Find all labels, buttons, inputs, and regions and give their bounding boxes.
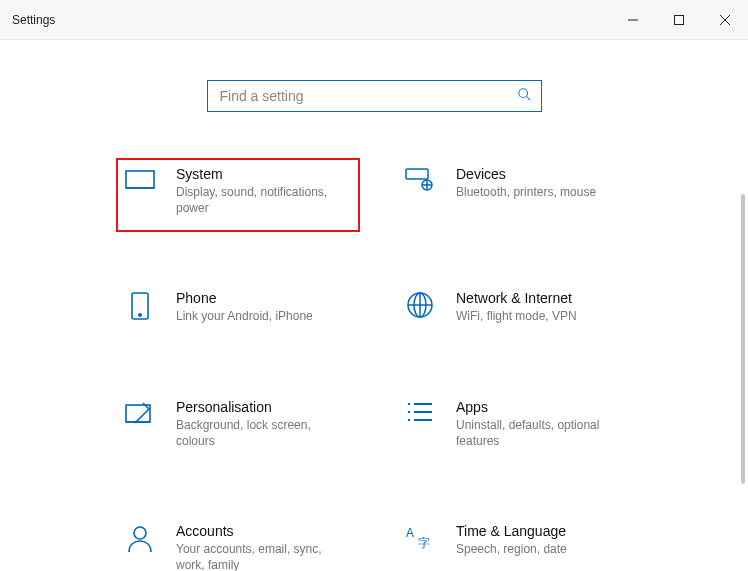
close-button[interactable] [702, 0, 748, 39]
system-icon [124, 166, 156, 216]
tile-network[interactable]: Network & Internet WiFi, flight mode, VP… [398, 284, 638, 338]
search-icon [517, 87, 531, 105]
tile-system[interactable]: System Display, sound, notifications, po… [116, 158, 360, 232]
svg-rect-2 [126, 171, 154, 188]
tile-apps[interactable]: Apps Uninstall, defaults, optional featu… [398, 393, 638, 463]
tile-title: Apps [456, 399, 626, 415]
scrollbar-thumb[interactable] [741, 194, 745, 484]
svg-rect-0 [675, 15, 684, 24]
tile-title: Devices [456, 166, 596, 182]
time-language-icon: A字 [404, 523, 436, 571]
tile-desc: Link your Android, iPhone [176, 308, 313, 324]
minimize-button[interactable] [610, 0, 656, 39]
tile-accounts[interactable]: Accounts Your accounts, email, sync, wor… [118, 517, 358, 571]
svg-point-6 [139, 314, 141, 316]
tile-desc: Display, sound, notifications, power [176, 184, 346, 216]
content-area: System Display, sound, notifications, po… [0, 80, 748, 571]
tile-desc: Background, lock screen, colours [176, 417, 346, 449]
apps-icon [404, 399, 436, 449]
tile-devices[interactable]: Devices Bluetooth, printers, mouse [398, 160, 638, 230]
titlebar: Settings [0, 0, 748, 40]
devices-icon [404, 166, 436, 216]
search-box[interactable] [207, 80, 542, 112]
tile-desc: Bluetooth, printers, mouse [456, 184, 596, 200]
maximize-button[interactable] [656, 0, 702, 39]
window-controls [610, 0, 748, 39]
tile-title: Personalisation [176, 399, 346, 415]
search-input[interactable] [218, 87, 517, 105]
svg-text:A: A [406, 526, 414, 540]
tile-title: Time & Language [456, 523, 567, 539]
tile-phone[interactable]: Phone Link your Android, iPhone [118, 284, 358, 338]
tile-title: Accounts [176, 523, 346, 539]
tile-title: Phone [176, 290, 313, 306]
globe-icon [404, 290, 436, 324]
svg-text:字: 字 [418, 536, 430, 550]
window-title: Settings [12, 13, 55, 27]
svg-point-1 [518, 89, 527, 98]
accounts-icon [124, 523, 156, 571]
svg-rect-3 [406, 169, 428, 179]
tile-personalisation[interactable]: Personalisation Background, lock screen,… [118, 393, 358, 463]
personalisation-icon [124, 399, 156, 449]
tile-desc: Your accounts, email, sync, work, family [176, 541, 346, 571]
tile-title: System [176, 166, 346, 182]
tile-desc: Uninstall, defaults, optional features [456, 417, 626, 449]
tile-title: Network & Internet [456, 290, 577, 306]
settings-grid: System Display, sound, notifications, po… [118, 160, 748, 571]
tile-desc: WiFi, flight mode, VPN [456, 308, 577, 324]
phone-icon [124, 290, 156, 324]
tile-time[interactable]: A字 Time & Language Speech, region, date [398, 517, 638, 571]
svg-point-10 [134, 527, 146, 539]
tile-desc: Speech, region, date [456, 541, 567, 557]
